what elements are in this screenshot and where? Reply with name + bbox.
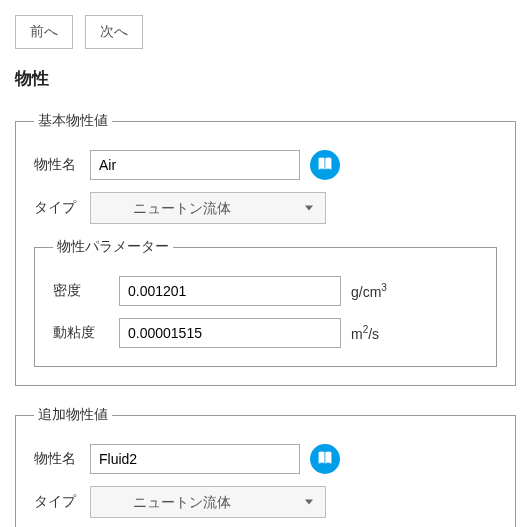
basic-properties-fieldset: 基本物性値 物性名 タイプ ニュートン流体 物性パラメーター 密度 g/cm3 — [15, 112, 516, 386]
chevron-down-icon — [305, 206, 313, 211]
density-unit: g/cm3 — [351, 282, 387, 300]
viscosity-label: 動粘度 — [53, 324, 119, 342]
basic-properties-legend: 基本物性値 — [34, 112, 112, 130]
book-icon — [316, 449, 334, 470]
additional-type-label: タイプ — [34, 493, 90, 511]
additional-name-input[interactable] — [90, 444, 300, 474]
nav-buttons: 前へ 次へ — [15, 15, 516, 49]
additional-type-row: タイプ ニュートン流体 — [34, 486, 497, 518]
next-button[interactable]: 次へ — [85, 15, 143, 49]
basic-name-row: 物性名 — [34, 150, 497, 180]
viscosity-row: 動粘度 m2/s — [53, 318, 478, 348]
basic-params-legend: 物性パラメーター — [53, 238, 173, 256]
additional-type-value: ニュートン流体 — [91, 487, 325, 517]
additional-library-button[interactable] — [310, 444, 340, 474]
basic-type-row: タイプ ニュートン流体 — [34, 192, 497, 224]
additional-type-select[interactable]: ニュートン流体 — [90, 486, 326, 518]
chevron-down-icon — [305, 500, 313, 505]
basic-name-label: 物性名 — [34, 156, 90, 174]
basic-name-input[interactable] — [90, 150, 300, 180]
viscosity-input[interactable] — [119, 318, 341, 348]
density-row: 密度 g/cm3 — [53, 276, 478, 306]
density-input[interactable] — [119, 276, 341, 306]
additional-properties-fieldset: 追加物性値 物性名 タイプ ニュートン流体 — [15, 406, 516, 527]
additional-name-row: 物性名 — [34, 444, 497, 474]
basic-type-label: タイプ — [34, 199, 90, 217]
book-icon — [316, 155, 334, 176]
basic-params-fieldset: 物性パラメーター 密度 g/cm3 動粘度 m2/s — [34, 238, 497, 367]
page-title: 物性 — [15, 67, 516, 90]
basic-library-button[interactable] — [310, 150, 340, 180]
additional-properties-legend: 追加物性値 — [34, 406, 112, 424]
basic-type-select[interactable]: ニュートン流体 — [90, 192, 326, 224]
prev-button[interactable]: 前へ — [15, 15, 73, 49]
additional-name-label: 物性名 — [34, 450, 90, 468]
viscosity-unit: m2/s — [351, 324, 379, 342]
basic-type-value: ニュートン流体 — [91, 193, 325, 223]
density-label: 密度 — [53, 282, 119, 300]
